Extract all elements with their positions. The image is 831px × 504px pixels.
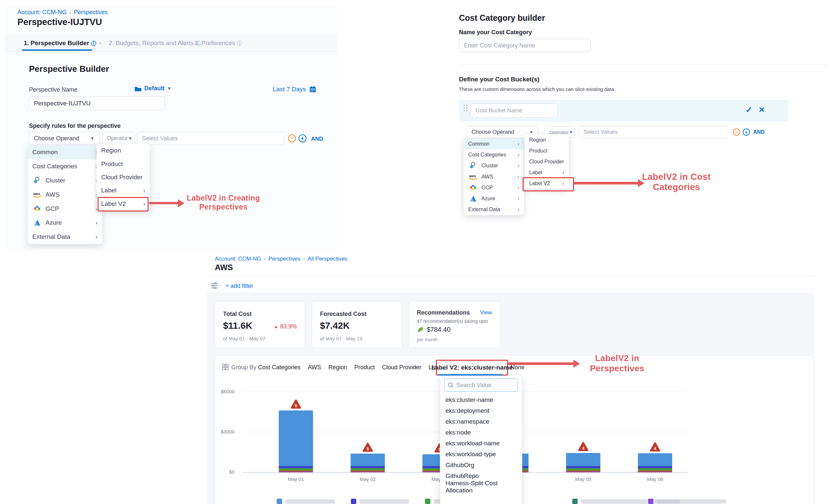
bar-may-02[interactable] xyxy=(351,454,385,472)
legend-label-clipped xyxy=(657,499,726,504)
cost-delta: ▲83.9% xyxy=(274,323,297,330)
breadcrumb-account-link[interactable]: Account: CCM-NG xyxy=(18,9,66,16)
chevron-right-icon: › xyxy=(518,174,519,180)
anomaly-badge[interactable]: 4 xyxy=(649,441,661,453)
bar-may-05[interactable] xyxy=(566,453,600,472)
values-input[interactable]: Select Values xyxy=(137,132,284,145)
drag-handle[interactable] xyxy=(464,105,467,111)
legend-swatch[interactable] xyxy=(424,498,431,504)
group-by-cloud-provider[interactable]: Cloud Provider xyxy=(382,364,422,371)
menu-item-region[interactable]: Region xyxy=(96,144,150,157)
menu-item-label[interactable]: Label› xyxy=(96,184,150,197)
date-range-picker[interactable]: Last 7 Days xyxy=(273,86,316,93)
menu-item-aws[interactable]: awsAWS› xyxy=(28,187,102,202)
menu-item-cluster[interactable]: Cluster› xyxy=(464,160,524,171)
legend-swatch[interactable] xyxy=(276,498,283,504)
menu-item-product[interactable]: Product xyxy=(96,157,150,170)
bar-may-01[interactable] xyxy=(279,410,313,472)
menu-item-cloud-provider[interactable]: Cloud Provider xyxy=(524,156,569,167)
add-rule-button[interactable]: + xyxy=(298,135,307,142)
anomaly-badge[interactable]: 5 xyxy=(290,398,302,410)
chevron-down-icon: ▼ xyxy=(569,129,573,135)
chevron-down-icon: ▼ xyxy=(128,136,133,141)
menu-item-azure[interactable]: Azure› xyxy=(28,216,102,230)
bar-may-06[interactable] xyxy=(638,453,672,472)
group-by-region[interactable]: Region xyxy=(328,364,347,371)
search-input[interactable]: Search Value xyxy=(444,379,518,392)
group-by-product[interactable]: Product xyxy=(354,364,375,371)
tab-preferences[interactable]: 3. Preferencesⓘ xyxy=(194,39,242,47)
menu-item-external-data[interactable]: External Data› xyxy=(28,230,102,244)
menu-item-product[interactable]: Product xyxy=(524,145,569,156)
breadcrumb-separator: › xyxy=(261,256,268,262)
operand-select[interactable]: Choose Operand▼ xyxy=(29,132,99,145)
dropdown-option-eks-workload-name[interactable]: eks:workload-name xyxy=(440,438,522,449)
menu-item-cluster[interactable]: Cluster› xyxy=(28,174,102,188)
total-cost-card: Total Cost $11.6K ▲83.9% of May 01 - May… xyxy=(215,301,305,348)
group-by-aws[interactable]: AWS xyxy=(308,364,321,371)
cancel-bucket-icon[interactable]: ✕ xyxy=(758,106,765,114)
tab-perspective-builder[interactable]: 1. Perspective Builderⓘ xyxy=(24,39,96,47)
legend-swatch[interactable] xyxy=(572,498,578,504)
anomaly-badge[interactable]: 5 xyxy=(362,442,374,453)
tab-budgets-reports[interactable]: 2. Budgets, Reports and Alertsⓘ xyxy=(109,39,201,47)
gcp-icon xyxy=(32,205,42,213)
selected-group-underline xyxy=(438,374,503,376)
cc-add-rule-button[interactable]: + xyxy=(743,128,750,136)
menu-item-common[interactable]: Common› xyxy=(464,138,524,149)
dropdown-option-eks-workload-type[interactable]: eks:workload-type xyxy=(440,449,522,459)
x-tick-label: May 01 xyxy=(279,476,313,482)
menu-item-common[interactable]: Common› xyxy=(28,145,102,159)
view-recommendations-link[interactable]: View xyxy=(480,309,492,316)
bucket-name-input[interactable]: Cost Bucket Name xyxy=(470,103,557,118)
breadcrumb-account-link[interactable]: Account: CCM-NG xyxy=(215,256,261,262)
add-filter-button[interactable]: + add filter xyxy=(225,283,253,290)
operand-menu: Common›Cost Categories›Cluster›awsAWS›GC… xyxy=(28,145,102,244)
anomaly-badge[interactable]: 4 xyxy=(577,441,589,452)
gcp-icon xyxy=(468,183,478,192)
x-tick-label: May 06 xyxy=(638,476,672,482)
confirm-bucket-icon[interactable]: ✓ xyxy=(745,105,752,115)
breadcrumb-perspectives-link[interactable]: Perspectives xyxy=(268,256,300,262)
savings-row: $784.40 xyxy=(417,326,451,333)
group-by-cost-categories[interactable]: Cost Categories xyxy=(258,364,300,371)
menu-item-external-data[interactable]: External Data› xyxy=(464,204,524,215)
menu-item-gcp[interactable]: GCP› xyxy=(464,182,524,193)
folder-selector[interactable]: Default ▼ xyxy=(135,85,171,92)
perspective-name-input[interactable]: Perspective-IUJTVU xyxy=(29,96,165,110)
breadcrumb-perspectives-link[interactable]: Perspectives xyxy=(74,9,108,16)
dropdown-option-eks-node[interactable]: eks:node xyxy=(440,427,522,438)
cc-remove-rule-button[interactable]: − xyxy=(733,128,740,136)
breadcrumb-all-perspectives-link[interactable]: All Perspectives xyxy=(308,256,347,262)
cc-name-input[interactable]: Enter Cost Category Name xyxy=(459,39,591,52)
dropdown-option-eks-deployment[interactable]: eks:deployment xyxy=(440,405,522,416)
menu-item-cost-categories[interactable]: Cost Categories› xyxy=(28,159,102,174)
cc-and-operator-button[interactable]: AND xyxy=(753,129,765,135)
menu-item-cloud-provider[interactable]: Cloud Provider xyxy=(96,171,150,184)
recommendations-label: Recommendations xyxy=(417,309,470,316)
breadcrumb-separator: › xyxy=(66,9,74,16)
group-by-labelv2-selected[interactable]: Label V2: eks:cluster-name xyxy=(436,360,508,376)
operator-select[interactable]: Operator▼ xyxy=(102,132,135,145)
filter-icon[interactable] xyxy=(210,281,218,290)
dropdown-option-harness-split-cost-allocation[interactable]: Harness-Split Cost Allocation xyxy=(440,481,522,492)
menu-item-label[interactable]: Label› xyxy=(524,167,569,178)
and-operator-button[interactable]: AND xyxy=(311,136,323,142)
remove-rule-button[interactable]: − xyxy=(288,135,296,142)
annotation-perspectives: LabelV2 inPerspectives xyxy=(568,353,666,374)
menu-item-gcp[interactable]: GCP› xyxy=(28,202,102,216)
menu-item-region[interactable]: Region xyxy=(524,135,569,145)
labelv2-value-dropdown: Search Value eks:cluster-nameeks:deploym… xyxy=(440,375,522,504)
dropdown-option-eks-cluster-name[interactable]: eks:cluster-name xyxy=(440,394,522,405)
menu-item-azure[interactable]: Azure› xyxy=(464,193,524,204)
legend-swatch[interactable] xyxy=(648,498,654,504)
legend-swatch[interactable] xyxy=(350,498,357,504)
menu-item-aws[interactable]: awsAWS› xyxy=(464,171,524,182)
divider xyxy=(207,276,814,276)
group-by-label: Group By xyxy=(231,364,256,371)
aws-breadcrumb: Account: CCM-NG › Perspectives › All Per… xyxy=(215,256,347,262)
dropdown-option-eks-namespace[interactable]: eks:namespace xyxy=(440,416,522,427)
cc-values-input[interactable]: Select Values xyxy=(579,126,728,138)
dropdown-option-githuborg[interactable]: GithubOrg xyxy=(440,459,522,470)
menu-item-cost-categories[interactable]: Cost Categories› xyxy=(464,149,524,160)
